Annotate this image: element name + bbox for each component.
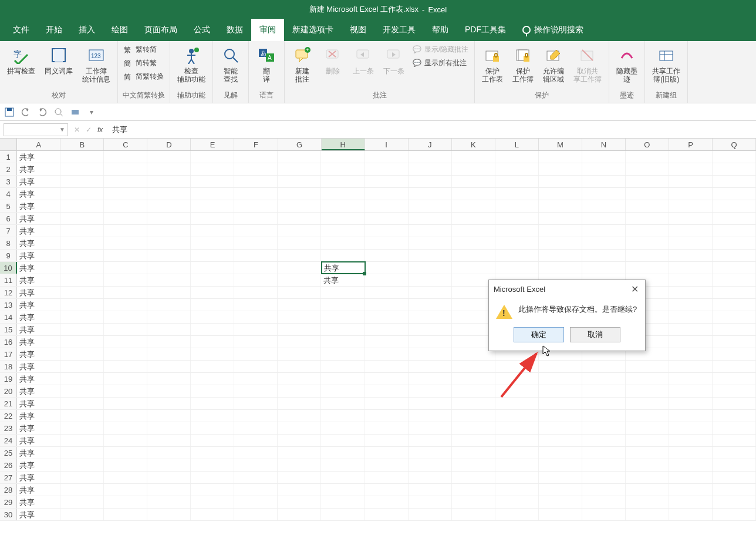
cell-J19[interactable]	[409, 373, 452, 385]
tell-me-search[interactable]: 操作说明搜索	[514, 19, 592, 41]
cell-D13[interactable]	[147, 299, 191, 311]
cell-L28[interactable]	[495, 484, 539, 496]
row-header-27[interactable]: 27	[0, 472, 17, 483]
cell-Q6[interactable]	[713, 213, 756, 224]
translate-button[interactable]: あA 翻 译	[254, 43, 279, 86]
row-header-1[interactable]: 1	[0, 151, 17, 163]
save-button[interactable]	[4, 106, 15, 118]
row-header-10[interactable]: 10	[0, 262, 17, 274]
cell-D17[interactable]	[147, 348, 191, 360]
cell-G21[interactable]	[278, 398, 321, 409]
cell-N21[interactable]	[582, 398, 626, 409]
cell-N20[interactable]	[582, 385, 626, 397]
cell-H8[interactable]	[321, 237, 365, 249]
cell-D27[interactable]	[147, 472, 191, 483]
cell-I11[interactable]	[365, 274, 409, 286]
cell-F30[interactable]	[234, 509, 278, 520]
cell-B23[interactable]	[60, 422, 104, 434]
cell-Q10[interactable]	[713, 262, 756, 274]
cell-D29[interactable]	[147, 496, 191, 508]
cell-M21[interactable]	[539, 398, 582, 409]
cell-Q8[interactable]	[713, 237, 756, 249]
cell-O26[interactable]	[626, 459, 669, 471]
cell-P15[interactable]	[669, 324, 713, 335]
name-box[interactable]: ▼	[4, 123, 68, 136]
cell-G7[interactable]	[278, 225, 321, 237]
cell-A4[interactable]: 共享	[17, 188, 60, 200]
cell-F27[interactable]	[234, 472, 278, 483]
cell-G29[interactable]	[278, 496, 321, 508]
cell-C9[interactable]	[104, 250, 147, 261]
cell-L22[interactable]	[495, 410, 539, 422]
cell-Q30[interactable]	[713, 509, 756, 520]
cell-E23[interactable]	[191, 422, 234, 434]
delete-comment-button[interactable]: 删除	[320, 43, 346, 78]
thesaurus-button[interactable]: 同义词库	[42, 43, 75, 78]
row-header-20[interactable]: 20	[0, 385, 17, 397]
cell-C21[interactable]	[104, 398, 147, 409]
next-comment-button[interactable]: 下一条	[381, 43, 407, 78]
cell-E11[interactable]	[191, 274, 234, 286]
cell-O28[interactable]	[626, 484, 669, 496]
cell-D12[interactable]	[147, 287, 191, 298]
cell-N8[interactable]	[582, 237, 626, 249]
cell-B8[interactable]	[60, 237, 104, 249]
row-header-23[interactable]: 23	[0, 422, 17, 434]
cell-H3[interactable]	[321, 176, 365, 187]
show-hide-comment-button[interactable]: 💬显示/隐藏批注	[411, 43, 470, 56]
cell-I20[interactable]	[365, 385, 409, 397]
row-header-24[interactable]: 24	[0, 435, 17, 446]
cell-E12[interactable]	[191, 287, 234, 298]
cell-K4[interactable]	[452, 188, 495, 200]
cell-A2[interactable]: 共享	[17, 163, 60, 175]
cell-E26[interactable]	[191, 459, 234, 471]
cell-B28[interactable]	[60, 484, 104, 496]
cell-C20[interactable]	[104, 385, 147, 397]
cell-C24[interactable]	[104, 435, 147, 446]
tab-新建选项卡[interactable]: 新建选项卡	[284, 19, 342, 41]
cell-N18[interactable]	[582, 361, 626, 372]
cell-B10[interactable]	[60, 262, 104, 274]
cell-A9[interactable]: 共享	[17, 250, 60, 261]
cell-M29[interactable]	[539, 496, 582, 508]
cell-B24[interactable]	[60, 435, 104, 446]
cell-Q14[interactable]	[713, 311, 756, 323]
cell-A18[interactable]: 共享	[17, 361, 60, 372]
row-header-4[interactable]: 4	[0, 188, 17, 200]
cell-C17[interactable]	[104, 348, 147, 360]
cell-N7[interactable]	[582, 225, 626, 237]
cell-A16[interactable]: 共享	[17, 336, 60, 348]
cell-B26[interactable]	[60, 459, 104, 471]
cell-B22[interactable]	[60, 410, 104, 422]
cell-C22[interactable]	[104, 410, 147, 422]
enter-formula-button[interactable]: ✓	[86, 126, 92, 134]
cell-G19[interactable]	[278, 373, 321, 385]
prev-comment-button[interactable]: 上一条	[350, 43, 376, 78]
cell-M4[interactable]	[539, 188, 582, 200]
cell-F17[interactable]	[234, 348, 278, 360]
cell-B27[interactable]	[60, 472, 104, 483]
cell-A10[interactable]: 共享	[17, 262, 60, 274]
cell-C19[interactable]	[104, 373, 147, 385]
trad-to-simp-button[interactable]: 繁繁转简	[123, 43, 165, 56]
cell-Q24[interactable]	[713, 435, 756, 446]
cell-F23[interactable]	[234, 422, 278, 434]
qat-custom-button[interactable]	[69, 106, 81, 118]
cell-D20[interactable]	[147, 385, 191, 397]
cell-C13[interactable]	[104, 299, 147, 311]
cell-A21[interactable]: 共享	[17, 398, 60, 409]
cell-L4[interactable]	[495, 188, 539, 200]
cell-Q12[interactable]	[713, 287, 756, 298]
cell-P10[interactable]	[669, 262, 713, 274]
dialog-close-button[interactable]: ✕	[629, 284, 640, 295]
cell-Q3[interactable]	[713, 176, 756, 187]
cell-O18[interactable]	[626, 361, 669, 372]
cell-J6[interactable]	[409, 213, 452, 224]
column-header-P[interactable]: P	[669, 139, 713, 150]
cell-M22[interactable]	[539, 410, 582, 422]
cell-F10[interactable]	[234, 262, 278, 274]
cell-Q25[interactable]	[713, 447, 756, 459]
cell-O19[interactable]	[626, 373, 669, 385]
cell-J18[interactable]	[409, 361, 452, 372]
row-header-6[interactable]: 6	[0, 213, 17, 224]
